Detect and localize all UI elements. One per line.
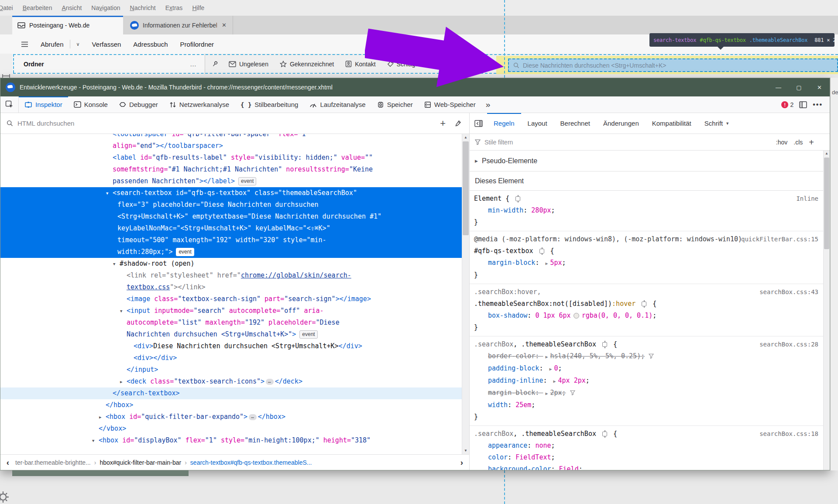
breadcrumb-next-button[interactable]: › — [454, 458, 469, 467]
markup-line[interactable]: ▶<deck class="textbox-search-icons">…</d… — [0, 376, 469, 387]
markup-line[interactable]: ▶<hbox id="quick-filter-bar-expando">…</… — [0, 411, 469, 423]
minimize-button[interactable]: — — [768, 78, 789, 96]
breadcrumb-item[interactable]: ter-bar.themeable-brightte... — [15, 459, 91, 466]
add-rule-button[interactable]: + — [809, 138, 814, 147]
rule-line[interactable]: .themeableSearchBox:not([disabled]):hove… — [470, 298, 830, 310]
filter-ungelesen-button[interactable]: Ungelesen — [223, 61, 274, 68]
markup-line[interactable]: <div>Diese Nachrichten durchsuchen <Strg… — [0, 340, 469, 352]
expand-value-icon[interactable]: ▶ — [553, 375, 556, 387]
breadcrumb-item[interactable]: hbox#quick-filter-bar-main-bar — [100, 459, 181, 466]
markup-scrollbar[interactable]: ▲ ▼ — [462, 134, 469, 454]
markup-line[interactable]: <image class="textbox-search-sign" part=… — [0, 293, 469, 305]
markup-line[interactable]: somefmtstring="#1 Nachricht;#1 Nachricht… — [0, 164, 469, 175]
devtool-tab-netzwerkanalyse[interactable]: Netzwerkanalyse — [164, 96, 235, 113]
expand-inline-button[interactable]: … — [266, 379, 274, 385]
twisty-icon[interactable]: ▶ — [99, 411, 106, 423]
markup-line[interactable]: flex="3" placeholder="Diese Nachrichten … — [0, 199, 469, 211]
tab-close-icon[interactable]: ✕ — [221, 22, 227, 28]
rule-line[interactable]: border-color: ▶hsla(240, 5%, 5%, 0.25); — [470, 350, 830, 363]
markup-line[interactable]: <div></div> — [0, 352, 469, 364]
rule-line[interactable]: background-color: Field; — [470, 463, 830, 470]
split-console-icon[interactable] — [799, 101, 807, 108]
markup-line[interactable]: </hbox> — [0, 399, 469, 411]
expand-inline-button[interactable]: … — [249, 414, 257, 420]
markup-line[interactable]: width:280px;">event — [0, 246, 469, 258]
sidebar-tab-änderungen[interactable]: Änderungen — [597, 113, 646, 134]
markup-line[interactable]: <toolbarspacer id="qfb-filter-bar-spacer… — [0, 134, 469, 140]
highlight-target-icon[interactable] — [642, 302, 646, 306]
markup-line[interactable]: <link rel="stylesheet" href="chrome://gl… — [0, 270, 469, 281]
pseudo-elements-section[interactable]: ▶ Pseudo-Elemente — [470, 151, 830, 171]
markup-line[interactable]: keyLabelNonMac="<Strg+Umschalt+K>" keyLa… — [0, 223, 469, 234]
markup-line[interactable]: ▼<hbox id="displayBox" flex="1" style="m… — [0, 435, 469, 446]
devtool-tab-speicher[interactable]: Speicher — [371, 96, 419, 113]
scroll-up-icon[interactable]: ▲ — [462, 134, 469, 141]
highlight-target-icon[interactable] — [602, 432, 607, 436]
rule-line[interactable]: padding-inline: ▶4px 2px; — [470, 375, 830, 387]
app-menu-button[interactable] — [0, 41, 34, 47]
markup-line[interactable]: timeout="500" maxlength="192" width="320… — [0, 234, 469, 246]
rule-line[interactable]: min-width: 280px; — [470, 205, 830, 216]
markup-line[interactable]: textbox.css"></link> — [0, 281, 469, 293]
expand-value-icon[interactable]: ▶ — [545, 387, 548, 399]
menu-item-ansicht[interactable]: Ansicht — [57, 4, 86, 11]
add-node-button[interactable]: + — [440, 119, 446, 128]
sidebar-tab-layout[interactable]: Layout — [521, 113, 554, 134]
filter-funnel-icon[interactable] — [649, 353, 654, 359]
rule-line[interactable]: padding-block: ▶0; — [470, 363, 830, 375]
stylesheet-location[interactable]: searchBox.css:43 — [759, 286, 818, 298]
verfassen-button[interactable]: Verfassen — [86, 41, 127, 48]
breadcrumb-item[interactable]: search-textbox#qfb-qs-textbox.themeableS… — [190, 459, 312, 466]
breadcrumb-prev-button[interactable]: ‹ — [0, 458, 15, 467]
scroll-down-icon[interactable]: ▼ — [462, 447, 469, 454]
event-badge[interactable]: event — [176, 248, 194, 256]
markup-line[interactable]: autocomplete="list" maxlength="192" plac… — [0, 317, 469, 329]
devtool-tab-web-speicher[interactable]: Web-Speicher — [419, 96, 481, 113]
rules-scrollbar[interactable]: ▲ — [823, 151, 830, 470]
rule-line[interactable]: margin-block: ▶5px; — [470, 257, 830, 269]
overflow-chevrons[interactable]: » — [481, 100, 495, 110]
node-picker-button[interactable] — [0, 96, 19, 113]
sidebar-tab-regeln[interactable]: Regeln — [487, 113, 521, 134]
pin-filter-button[interactable] — [205, 61, 223, 67]
rule-line[interactable]: Element { — [470, 193, 830, 205]
settings-gear-icon[interactable] — [0, 490, 10, 504]
tab-posteingang[interactable]: Posteingang - Web.de — [12, 16, 123, 34]
collapse-sidebar-button[interactable] — [470, 120, 487, 127]
twisty-icon[interactable]: ▼ — [113, 258, 120, 270]
toggle-class-button[interactable]: .cls — [793, 139, 803, 146]
filter-gekennzeichnet-button[interactable]: Gekennzeichnet — [274, 61, 340, 68]
filter-funnel-icon[interactable] — [570, 390, 575, 395]
markup-line[interactable]: ▼<search-textbox id="qfb-qs-textbox" cla… — [0, 187, 469, 199]
scrollbar-thumb[interactable] — [824, 158, 829, 249]
style-filter-input[interactable] — [484, 139, 772, 146]
markup-line[interactable]: </search-textbox> — [0, 387, 469, 399]
close-button[interactable]: ✕ — [809, 78, 830, 96]
devtool-tab-stilbearbeitung[interactable]: { }Stilbearbeitung — [235, 96, 304, 113]
menu-item-bearbeiten[interactable]: Bearbeiten — [18, 4, 57, 11]
stylesheet-location[interactable]: searchBox.css:18 — [759, 428, 818, 440]
menu-item-navigation[interactable]: Navigation — [86, 4, 125, 11]
menu-item-extras[interactable]: Extras — [161, 4, 188, 11]
eyedropper-icon[interactable] — [454, 120, 461, 127]
highlight-target-icon[interactable] — [515, 196, 520, 201]
sidebar-tab-schrift[interactable]: Schrift▼ — [698, 113, 736, 134]
markup-line[interactable]: Nachrichten durchsuchen <Strg+Umschalt+K… — [0, 329, 469, 340]
scroll-up-icon[interactable]: ▲ — [824, 151, 830, 155]
highlight-target-icon[interactable] — [539, 249, 544, 254]
twisty-icon[interactable]: ▼ — [106, 188, 113, 199]
meatball-menu-icon[interactable]: ••• — [813, 101, 823, 109]
expand-value-icon[interactable]: ▶ — [545, 257, 548, 269]
quick-filter-searchbox[interactable]: Diese Nachrichten durchsuchen <Strg+Umsc… — [508, 58, 838, 72]
event-badge[interactable]: event — [299, 330, 317, 339]
sidebar-tab-berechnet[interactable]: Berechnet — [554, 113, 597, 134]
sidebar-tab-kompatibilität[interactable]: Kompatibilität — [646, 113, 698, 134]
markup-line[interactable]: passenden Nachrichten"></label>event — [0, 175, 469, 187]
tab-fehlerbericht[interactable]: Informationen zur Fehlerbeh ✕ — [125, 16, 233, 34]
rule-line[interactable]: } — [470, 216, 830, 228]
menu-item-hilfe[interactable]: Hilfe — [187, 4, 209, 11]
event-badge[interactable]: event — [238, 177, 256, 185]
stylesheet-location[interactable]: quickFilterBar.css:15 — [741, 233, 818, 245]
expand-value-icon[interactable]: ▶ — [549, 363, 552, 375]
rule-line[interactable]: #qfb-qs-textbox { — [470, 245, 830, 257]
